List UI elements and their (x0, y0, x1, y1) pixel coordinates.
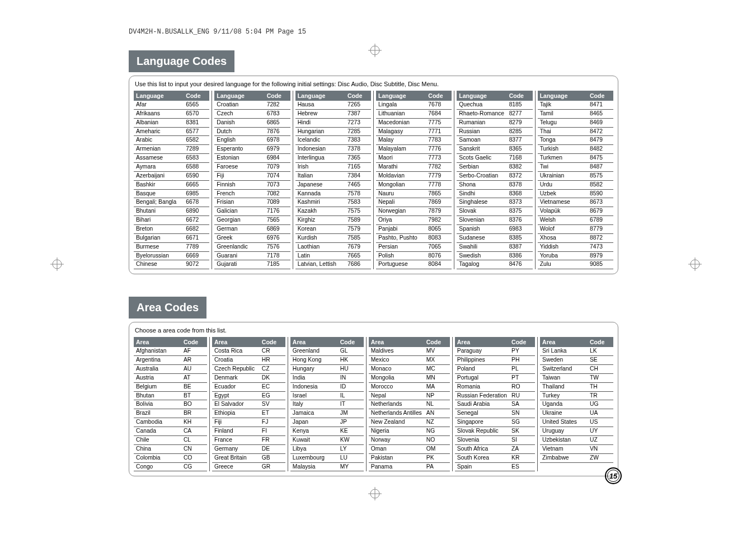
row-name: Kuwait (290, 436, 338, 444)
table-row: ZimbabweZW (540, 454, 613, 463)
table-column: LanguageCodeCroatian7282Czech6783Danish6… (214, 91, 293, 269)
table-row: Yoruba8979 (538, 252, 613, 261)
row-name: Latin (295, 252, 345, 260)
table-row: Georgian7565 (214, 216, 290, 225)
row-code: TH (588, 383, 613, 391)
table-row: Ameharic6577 (134, 128, 209, 137)
table-row: UzbekistanUZ (540, 436, 613, 445)
row-name: Nigeria (369, 427, 424, 435)
table-row: Byelorussian6669 (134, 252, 209, 261)
row-code: AR (181, 356, 207, 364)
row-name: Galician (214, 207, 264, 216)
row-name: Italy (290, 400, 338, 409)
table-row: Tonga8479 (538, 136, 613, 145)
table-row: Bihari6672 (134, 216, 209, 225)
row-name: Afrikaans (134, 110, 184, 118)
row-name: Netherlands Antilles (369, 409, 424, 418)
row-name: Thai (538, 128, 588, 136)
row-name: Yoruba (538, 252, 588, 260)
row-name: Serbian (457, 163, 506, 171)
table-row: MalaysiaMY (290, 463, 364, 472)
table-row: Zulu9085 (538, 260, 613, 269)
row-code: 6577 (184, 128, 209, 136)
table-row: PanamaPA (369, 463, 450, 472)
row-name: Tajik (538, 101, 588, 109)
table-row: ArgentinaAR (134, 356, 207, 365)
row-code: BR (181, 409, 207, 418)
table-row: Thai8472 (538, 128, 613, 137)
row-code: 7082 (265, 190, 290, 198)
row-code: 7783 (426, 136, 452, 144)
row-name: Basque (134, 190, 184, 198)
row-name: Wolof (538, 225, 588, 233)
table-row: Costa RicaCR (212, 347, 285, 356)
table-row: SpainES (455, 463, 535, 472)
row-name: Armenian (134, 145, 184, 153)
row-code: 8065 (426, 225, 452, 233)
registration-mark-icon (50, 257, 64, 271)
row-name: Moldavian (376, 172, 426, 180)
row-code: 7578 (345, 190, 371, 198)
table-row: BelgiumBE (134, 383, 207, 392)
table-row: Basque6985 (134, 190, 209, 199)
table-row: FinlandFI (212, 427, 285, 436)
table-row: PakistanPK (369, 454, 450, 463)
table-row: NepalNP (369, 392, 450, 401)
row-name: Indonesia (290, 383, 338, 391)
table-row: LuxembourgLU (290, 454, 364, 463)
row-code: PY (509, 347, 535, 355)
row-code: LK (588, 347, 613, 355)
table-row: UkraineUA (540, 409, 613, 418)
row-code: GB (260, 454, 285, 462)
row-code: 8679 (588, 207, 613, 216)
row-code: IT (338, 400, 364, 409)
table-row: Czech6783 (214, 110, 290, 119)
row-name: Danish (214, 119, 264, 127)
row-code: 8979 (588, 252, 613, 260)
table-row: TaiwanTW (540, 374, 613, 383)
row-code: 9085 (588, 260, 613, 269)
row-name: Twi (538, 163, 588, 171)
row-code: HU (338, 365, 364, 373)
row-code: ZA (509, 445, 535, 453)
row-name: India (290, 374, 338, 382)
row-code: BE (181, 383, 207, 391)
table-row: Hausa7265 (295, 101, 371, 110)
row-name: Nauru (376, 190, 426, 198)
row-name: Uganda (540, 400, 588, 409)
row-code: 7684 (426, 110, 452, 118)
row-code: 7165 (345, 163, 371, 171)
row-name: Byelorussian (134, 252, 184, 260)
row-code: 6669 (184, 252, 209, 260)
area-intro: Choose a area code from this list. (135, 327, 613, 334)
table-row: CambodiaKH (134, 418, 207, 427)
row-name: Yiddish (538, 243, 588, 251)
row-code: KR (509, 454, 535, 462)
table-row: EcuadorEC (212, 383, 285, 392)
row-code: 8185 (507, 101, 533, 109)
row-name: Sindhi (457, 190, 506, 198)
table-row: Interlingua7365 (295, 154, 371, 163)
row-code: AN (424, 409, 450, 418)
table-row: Russian8285 (457, 128, 532, 137)
row-code: 6983 (507, 225, 533, 233)
row-code: 8471 (588, 101, 613, 109)
table-row: Maori7773 (376, 154, 452, 163)
row-code: 8387 (507, 243, 533, 251)
row-code: 7575 (345, 207, 371, 216)
table-row: Czech RepublicCZ (212, 365, 285, 374)
area-codes-panel: Choose a area code from this list. AreaC… (129, 322, 618, 476)
row-code: 7289 (184, 145, 209, 153)
row-name: Chinese (134, 260, 184, 269)
column-header: LanguageCode (134, 91, 209, 101)
row-name: Bhutani (134, 207, 184, 216)
column-header: LanguageCode (295, 91, 371, 101)
row-code: 7168 (507, 154, 533, 162)
table-row: Polish8076 (376, 252, 452, 261)
header-name: Area (540, 337, 588, 347)
table-row: IndiaIN (290, 374, 364, 383)
header-code: Code (338, 337, 364, 347)
row-code: BT (181, 392, 207, 400)
table-row: Kannada7578 (295, 190, 371, 199)
row-code: 6665 (184, 181, 209, 189)
